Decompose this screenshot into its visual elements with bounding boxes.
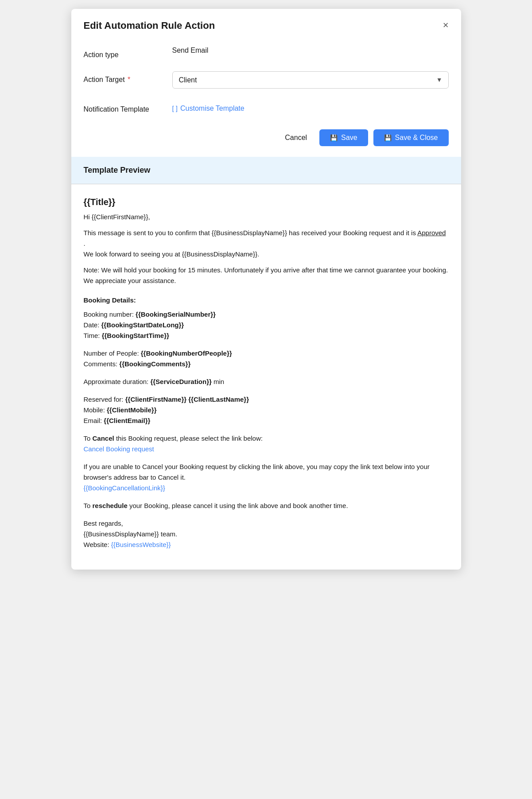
booking-details-label: Booking Details: (84, 295, 449, 306)
modal-title: Edit Automation Rule Action (84, 19, 215, 32)
duration-block: Approximate duration: {{ServiceDuration}… (84, 376, 449, 387)
duration-line: Approximate duration: {{ServiceDuration}… (84, 376, 449, 387)
required-indicator: * (126, 76, 131, 83)
num-people-label: Number of People: (84, 349, 141, 357)
template-title: {{Title}} (84, 195, 449, 209)
cancel-button[interactable]: Cancel (278, 129, 314, 146)
action-target-select-wrapper: Client Staff Admin ▼ (172, 71, 449, 89)
template-paragraph-2: Note: We will hold your booking for 15 m… (84, 265, 449, 286)
if-unable-text: If you are unable to Cancel your Booking… (84, 462, 449, 483)
mobile-label: Mobile: (84, 406, 107, 414)
email-var: {{ClientEmail}} (104, 417, 150, 424)
cancel-section: To Cancel this Booking request, please s… (84, 433, 449, 454)
website-line: Website: {{BusinessWebsite}} (84, 539, 449, 550)
booking-number-label: Booking number: (84, 310, 136, 318)
mobile-var: {{ClientMobile}} (107, 406, 157, 414)
comments-label: Comments: (84, 360, 120, 368)
regards-text: Best regards, (84, 518, 449, 529)
reserved-lastname-var: {{ClientLastName}} (188, 396, 249, 403)
template-paragraph-1: This message is sent to you to confirm t… (84, 228, 449, 260)
action-type-value-wrapper: Send Email (172, 47, 449, 54)
cancellation-link-var[interactable]: {{BookingCancellationLink}} (84, 484, 165, 492)
reschedule-text-post: your Booking, please cancel it using the… (128, 502, 348, 509)
reschedule-text-bold: reschedule (93, 502, 128, 509)
comments-var: {{BookingComments}} (119, 360, 190, 368)
action-target-label: Action Target * (84, 71, 172, 84)
form-actions: Cancel 💾 Save 💾 Save & Close (71, 126, 461, 157)
if-unable-section: If you are unable to Cancel your Booking… (84, 462, 449, 493)
mobile-line: Mobile: {{ClientMobile}} (84, 405, 449, 415)
save-close-icon: 💾 (384, 134, 392, 141)
modal-edit-automation-rule: Edit Automation Rule Action × Action typ… (71, 9, 461, 570)
email-line: Email: {{ClientEmail}} (84, 415, 449, 426)
cancel-text-line: To Cancel this Booking request, please s… (84, 433, 449, 444)
save-close-label: Save & Close (395, 134, 438, 142)
cancel-booking-link[interactable]: Cancel Booking request (84, 445, 154, 453)
time-line: Time: {{BookingStartTime}} (84, 330, 449, 341)
date-var: {{BookingStartDateLong}} (101, 321, 184, 329)
people-comments-block: Number of People: {{BookingNumberOfPeopl… (84, 348, 449, 369)
comments-line: Comments: {{BookingComments}} (84, 359, 449, 369)
close-button[interactable]: × (443, 20, 449, 30)
notification-template-label: Notification Template (84, 101, 172, 113)
notification-template-wrapper: [ ] Customise Template (172, 101, 449, 113)
save-button[interactable]: 💾 Save (319, 129, 368, 146)
template-preview-title: Template Preview (84, 166, 449, 175)
template-content: {{Title}} Hi {{ClientFirstName}}, This m… (71, 184, 461, 570)
email-label: Email: (84, 417, 104, 424)
action-target-wrapper: Client Staff Admin ▼ (172, 71, 449, 89)
action-type-value: Send Email (172, 42, 209, 54)
date-label: Date: (84, 321, 101, 329)
bracket-icon: [ ] (172, 105, 178, 112)
action-type-row: Action type Send Email (84, 47, 449, 59)
action-type-label: Action type (84, 47, 172, 59)
date-line: Date: {{BookingStartDateLong}} (84, 320, 449, 330)
client-block: Reserved for: {{ClientFirstName}} {{Clie… (84, 394, 449, 426)
reschedule-section: To reschedule your Booking, please cance… (84, 500, 449, 511)
action-target-row: Action Target * Client Staff Admin ▼ (84, 71, 449, 89)
template-approved: Approved (417, 229, 446, 237)
time-var: {{BookingStartTime}} (102, 332, 169, 339)
duration-label: Approximate duration: (84, 378, 151, 385)
time-label: Time: (84, 332, 102, 339)
cancel-text-post: this Booking request, please select the … (114, 434, 263, 442)
booking-number-line: Booking number: {{BookingSerialNumber}} (84, 309, 449, 320)
save-label: Save (341, 134, 357, 142)
customise-template-link[interactable]: [ ] Customise Template (172, 101, 245, 112)
paragraph1-post: . (84, 240, 85, 247)
booking-number-var: {{BookingSerialNumber}} (136, 310, 216, 318)
cancel-text-pre: To (84, 434, 93, 442)
reserved-line: Reserved for: {{ClientFirstName}} {{Clie… (84, 394, 449, 405)
num-people-line: Number of People: {{BookingNumberOfPeopl… (84, 348, 449, 359)
template-greeting: Hi {{ClientFirstName}}, (84, 212, 449, 222)
website-label: Website: (84, 541, 111, 548)
template-preview-section: Template Preview (71, 157, 461, 184)
reserved-label: Reserved for: (84, 396, 125, 403)
modal-body: Action type Send Email Action Target * C… (71, 39, 461, 113)
save-icon: 💾 (330, 134, 338, 141)
duration-var: {{ServiceDuration}} (150, 378, 211, 385)
customise-template-label: Customise Template (180, 105, 245, 112)
save-close-button[interactable]: 💾 Save & Close (373, 129, 449, 146)
duration-suffix: min (212, 378, 224, 385)
notification-template-row: Notification Template [ ] Customise Temp… (84, 101, 449, 113)
paragraph1-line2: We look forward to seeing you at {{Busin… (84, 250, 260, 258)
website-var[interactable]: {{BusinessWebsite}} (111, 541, 171, 548)
action-target-select[interactable]: Client Staff Admin (172, 71, 449, 89)
modal-header: Edit Automation Rule Action × (71, 9, 461, 39)
cancel-text-bold: Cancel (93, 434, 114, 442)
paragraph1-pre: This message is sent to you to confirm t… (84, 229, 416, 237)
regards-section: Best regards, {{BusinessDisplayName}} te… (84, 518, 449, 550)
booking-details-block: Booking number: {{BookingSerialNumber}} … (84, 309, 449, 341)
num-people-var: {{BookingNumberOfPeople}} (141, 349, 232, 357)
reserved-firstname-var: {{ClientFirstName}} (125, 396, 186, 403)
business-team: {{BusinessDisplayName}} team. (84, 529, 449, 539)
reschedule-text-pre: To (84, 502, 93, 509)
